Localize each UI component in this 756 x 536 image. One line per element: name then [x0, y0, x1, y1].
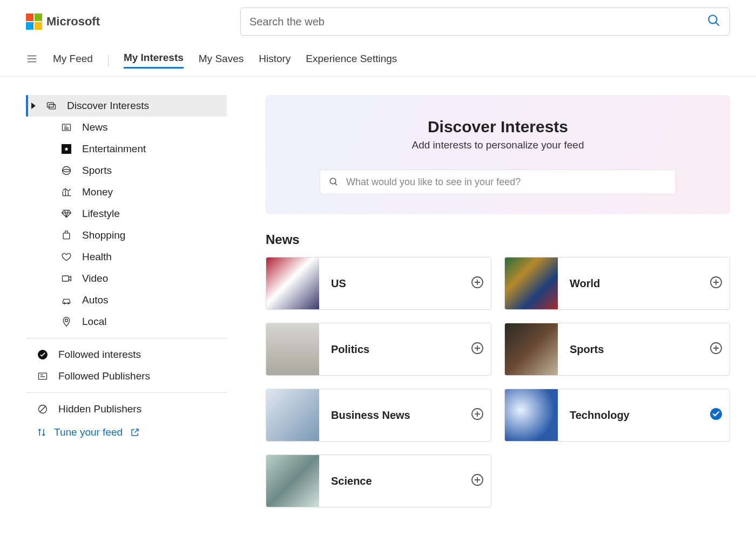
check-circle-icon — [37, 349, 49, 360]
card-add-button[interactable] — [464, 408, 491, 423]
plus-icon — [710, 276, 723, 291]
plus-icon — [710, 342, 723, 357]
card-thumbnail — [266, 257, 319, 309]
interest-card-us[interactable]: US — [266, 257, 491, 310]
card-thumbnail — [266, 455, 319, 507]
interest-card-technology[interactable]: Technology — [504, 389, 730, 442]
sidebar-category-lifestyle[interactable]: Lifestyle — [60, 203, 227, 225]
sidebar-category-video[interactable]: Video — [60, 268, 227, 289]
nav-my-saves[interactable]: My Saves — [199, 53, 244, 68]
sidebar-category-sports[interactable]: Sports — [60, 160, 227, 181]
hero-title: Discover Interests — [287, 118, 708, 136]
card-add-button[interactable] — [703, 342, 730, 357]
card-label: US — [319, 277, 464, 290]
card-thumbnail — [266, 389, 319, 441]
card-thumbnail — [266, 323, 319, 375]
sidebar-followed-publishers-label: Followed Publishers — [58, 370, 150, 382]
interest-search-input[interactable] — [346, 177, 667, 188]
sidebar-hidden-publishers[interactable]: Hidden Publishers — [26, 398, 227, 420]
tune-your-feed-link[interactable]: Tune your feed — [26, 420, 227, 445]
svg-rect-5 — [48, 103, 54, 107]
sidebar-category-label: Health — [82, 251, 112, 263]
svg-point-0 — [708, 15, 717, 23]
svg-rect-7 — [63, 124, 71, 131]
card-label: World — [558, 277, 703, 290]
sort-icon — [37, 428, 46, 437]
sidebar-divider — [26, 392, 227, 393]
sidebar-category-label: News — [82, 121, 108, 133]
video-icon — [60, 273, 72, 284]
plus-icon — [471, 408, 484, 423]
section-title: News — [266, 232, 730, 247]
card-thumbnail — [505, 257, 558, 309]
sidebar-followed-publishers[interactable]: Followed Publishers — [26, 365, 227, 387]
svg-point-17 — [65, 319, 68, 322]
newspaper-icon — [37, 371, 49, 382]
card-label: Technology — [558, 409, 703, 422]
card-label: Business News — [319, 409, 464, 422]
interest-card-business-news[interactable]: Business News — [266, 389, 491, 442]
svg-line-23 — [40, 406, 45, 412]
interest-card-world[interactable]: World — [504, 257, 730, 310]
sidebar-category-shopping[interactable]: Shopping — [60, 225, 227, 246]
main-content: Discover Interests Add interests to pers… — [266, 95, 730, 507]
sidebar: Discover Interests NewsEntertainmentSpor… — [26, 95, 227, 507]
sidebar-category-label: Entertainment — [82, 143, 146, 155]
interest-search-bar[interactable] — [320, 169, 676, 194]
sidebar-category-health[interactable]: Health — [60, 246, 227, 268]
sidebar-category-label: Sports — [82, 165, 112, 177]
card-label: Politics — [319, 343, 464, 356]
interest-card-science[interactable]: Science — [266, 454, 491, 507]
hamburger-icon[interactable] — [26, 53, 38, 67]
card-add-button[interactable] — [464, 473, 491, 488]
card-add-button[interactable] — [464, 276, 491, 291]
svg-line-25 — [335, 183, 337, 185]
plus-icon — [471, 473, 484, 488]
plus-icon — [471, 342, 484, 357]
brand-logo[interactable]: Microsoft — [26, 13, 100, 30]
svg-rect-6 — [49, 105, 56, 109]
car-icon — [60, 295, 72, 306]
web-search-bar[interactable] — [240, 8, 730, 36]
microsoft-logo-icon — [26, 13, 42, 30]
nav-my-interests[interactable]: My Interests — [124, 52, 184, 69]
nav-my-feed[interactable]: My Feed — [53, 53, 93, 68]
interest-card-sports[interactable]: Sports — [504, 323, 730, 376]
card-add-button[interactable] — [464, 342, 491, 357]
svg-point-12 — [63, 167, 71, 175]
card-thumbnail — [505, 389, 558, 441]
card-label: Science — [319, 475, 464, 487]
sidebar-category-label: Shopping — [82, 229, 125, 241]
sidebar-followed-interests[interactable]: Followed interests — [26, 344, 227, 365]
hero-subtitle: Add interests to personalize your feed — [287, 139, 708, 151]
interest-cards-grid: USWorldPoliticsSportsBusiness NewsTechno… — [266, 257, 730, 507]
sidebar-category-label: Lifestyle — [82, 208, 120, 220]
sidebar-category-autos[interactable]: Autos — [60, 289, 227, 311]
cards-icon — [45, 100, 57, 111]
card-selected-button[interactable] — [703, 408, 730, 423]
brand-name: Microsoft — [46, 15, 100, 29]
sidebar-category-local[interactable]: Local — [60, 311, 227, 333]
sidebar-divider — [26, 338, 227, 338]
sidebar-discover-interests[interactable]: Discover Interests — [26, 95, 227, 117]
nav-experience-settings[interactable]: Experience Settings — [306, 53, 397, 68]
nav-separator — [108, 55, 109, 66]
svg-rect-14 — [63, 276, 69, 281]
sidebar-category-entertainment[interactable]: Entertainment — [60, 138, 227, 160]
sidebar-category-label: Money — [82, 186, 113, 198]
nav-history[interactable]: History — [259, 53, 291, 68]
sidebar-category-news[interactable]: News — [60, 117, 227, 138]
search-icon[interactable] — [707, 13, 721, 30]
web-search-input[interactable] — [249, 16, 707, 28]
chart-icon — [60, 187, 72, 198]
sidebar-category-label: Autos — [82, 294, 109, 306]
interest-card-politics[interactable]: Politics — [266, 323, 491, 376]
card-add-button[interactable] — [703, 276, 730, 291]
primary-nav: My Feed My Interests My Saves History Ex… — [0, 41, 756, 77]
check-icon — [710, 408, 723, 423]
svg-rect-19 — [39, 373, 47, 379]
svg-rect-13 — [63, 233, 70, 239]
sidebar-category-label: Video — [82, 273, 108, 284]
sidebar-category-money[interactable]: Money — [60, 181, 227, 203]
search-icon — [329, 177, 339, 187]
